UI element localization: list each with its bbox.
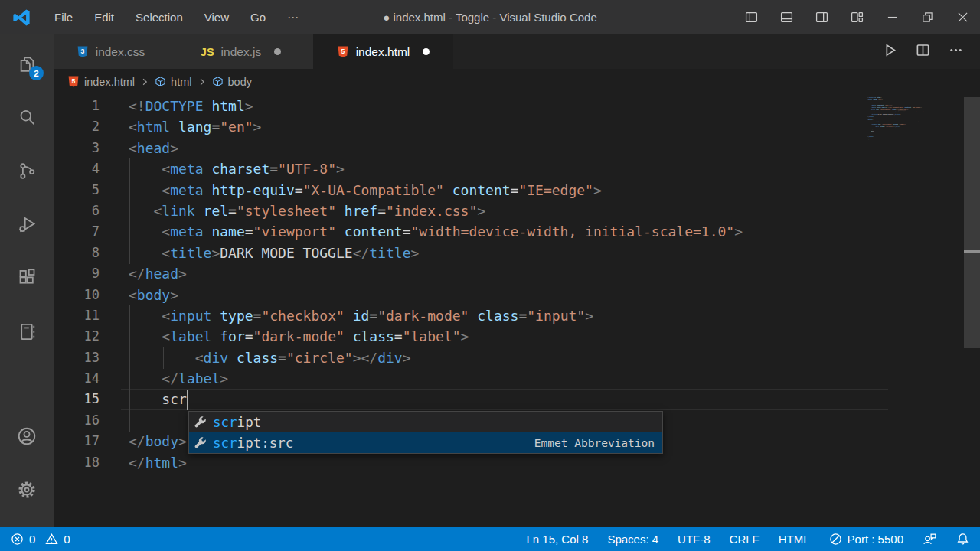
line-text: <label for="dark-mode" class="label"> <box>100 326 469 347</box>
error-icon <box>11 533 24 546</box>
line-number: 15 <box>54 389 100 409</box>
suggest-label: script <box>213 415 261 430</box>
code-line-10[interactable]: 10<body> <box>54 285 980 305</box>
cursor-position[interactable]: Ln 15, Col 8 <box>526 533 588 546</box>
breadcrumb-item-body[interactable]: body <box>212 76 252 88</box>
tab-bar: 3index.cssJSindex.js5index.html <box>54 34 980 69</box>
toggle-panel-icon[interactable] <box>769 0 804 34</box>
restore-button[interactable] <box>910 0 945 34</box>
close-button[interactable] <box>945 0 980 34</box>
line-number: 18 <box>54 452 100 473</box>
more-actions-icon[interactable] <box>949 43 963 60</box>
tab-label: index.js <box>221 45 262 59</box>
tab-index.js[interactable]: JSindex.js <box>168 34 314 69</box>
menu-go[interactable]: Go <box>240 11 276 24</box>
code-line-6[interactable]: 6 <link rel="stylesheet" href="index.css… <box>54 201 980 221</box>
code-line-4[interactable]: 4 <meta charset="UTF-8"> <box>54 158 980 179</box>
editor-actions <box>883 34 980 69</box>
encoding[interactable]: UTF-8 <box>678 533 710 546</box>
code-line-9[interactable]: 9</head> <box>54 263 980 284</box>
line-text: </label> <box>100 368 228 389</box>
code-line-3[interactable]: 3<head> <box>54 138 980 158</box>
book-icon[interactable] <box>8 315 45 348</box>
indentation[interactable]: Spaces: 4 <box>607 533 658 546</box>
code-line-2[interactable]: 2<html lang="en"> <box>54 116 980 137</box>
html5-icon: 5 <box>337 45 349 58</box>
line-number: 1 <box>54 96 100 116</box>
line-text <box>100 410 129 431</box>
explorer-icon[interactable]: 2 <box>8 47 45 80</box>
code-line-7[interactable]: 7 <meta name="viewport" content="width=d… <box>54 221 980 242</box>
source-control-icon[interactable] <box>8 154 45 187</box>
modified-dot-icon[interactable] <box>423 48 430 55</box>
live-server-port[interactable]: Port : 5500 <box>829 533 903 546</box>
minimap[interactable]: <!DOCTYPE html><html lang="en"><head> <m… <box>867 96 959 234</box>
code-line-8[interactable]: 8 <title>DARK MODE TOGGLE</title> <box>54 243 980 263</box>
suggest-detail: Emmet Abbreviation <box>534 437 655 449</box>
html5-icon: 5 <box>67 75 80 88</box>
code-line-5[interactable]: 5 <meta http-equiv="X-UA-Compatible" con… <box>54 180 980 201</box>
accounts-icon[interactable] <box>8 419 45 453</box>
explorer-badge: 2 <box>29 66 44 80</box>
feedback-icon[interactable] <box>923 533 937 546</box>
search-icon[interactable] <box>8 100 45 134</box>
svg-text:5: 5 <box>72 77 76 85</box>
scrollbar-marker <box>964 250 980 253</box>
modified-dot-icon[interactable] <box>274 48 281 55</box>
line-text: <head> <box>100 138 178 158</box>
line-number: 5 <box>54 180 100 201</box>
line-text: <div class="circle"></div> <box>100 347 411 368</box>
toggle-secondary-sidebar-icon[interactable] <box>804 0 839 34</box>
customize-layout-icon[interactable] <box>839 0 874 34</box>
breadcrumb-item-html[interactable]: html <box>155 76 191 88</box>
code-editor[interactable]: 1<!DOCTYPE html>2<html lang="en">3<head>… <box>54 94 980 527</box>
code-line-11[interactable]: 11 <input type="checkbox" id="dark-mode"… <box>54 305 980 326</box>
run-icon[interactable] <box>883 43 897 60</box>
line-text: <title>DARK MODE TOGGLE</title> <box>100 243 419 263</box>
menu-edit[interactable]: Edit <box>83 11 125 24</box>
problems-indicator[interactable]: 0 0 <box>11 533 70 546</box>
code-line-14[interactable]: 14 </label> <box>54 368 980 389</box>
javascript-icon: JS <box>201 46 214 58</box>
tab-index.html[interactable]: 5index.html <box>314 34 453 69</box>
suggest-item-script:src[interactable]: script:srcEmmet Abbreviation <box>189 432 662 453</box>
svg-text:3: 3 <box>80 47 84 55</box>
line-number: 16 <box>54 410 100 431</box>
indent-guide <box>163 347 164 369</box>
code-line-12[interactable]: 12 <label for="dark-mode" class="label"> <box>54 326 980 347</box>
split-editor-icon[interactable] <box>916 43 930 60</box>
suggest-label: script:src <box>213 435 293 451</box>
menu-file[interactable]: File <box>44 11 83 24</box>
breadcrumb-label: html <box>171 76 191 88</box>
run-and-debug-icon[interactable] <box>8 207 45 241</box>
line-number: 14 <box>54 368 100 389</box>
line-text: <html lang="en"> <box>100 116 261 137</box>
line-text: <meta charset="UTF-8"> <box>100 158 345 179</box>
notifications-bell-icon[interactable] <box>956 533 969 546</box>
minimize-button[interactable] <box>874 0 910 34</box>
line-text: <link rel="stylesheet" href="index.css"> <box>100 201 485 221</box>
code-line-1[interactable]: 1<!DOCTYPE html> <box>54 96 980 116</box>
extensions-icon[interactable] <box>8 261 45 295</box>
menu-view[interactable]: View <box>194 11 240 24</box>
line-text: </body> <box>100 431 187 452</box>
suggest-item-script[interactable]: script <box>189 412 662 432</box>
menu-selection[interactable]: Selection <box>125 11 194 24</box>
line-text: <meta http-equiv="X-UA-Compatible" conte… <box>100 180 602 201</box>
menu-more[interactable]: ⋯ <box>276 11 309 24</box>
line-number: 4 <box>54 158 100 179</box>
code-line-18[interactable]: 18</html> <box>54 452 980 473</box>
toggle-sidebar-icon[interactable] <box>733 0 769 34</box>
breadcrumb-item-index.html[interactable]: 5index.html <box>67 75 135 88</box>
circle-slash-icon <box>829 533 842 546</box>
tab-label: index.html <box>356 45 410 59</box>
editor-scrollbar[interactable] <box>964 97 980 348</box>
wrench-icon <box>194 436 207 449</box>
settings-icon[interactable] <box>8 473 45 507</box>
language-mode[interactable]: HTML <box>779 533 810 546</box>
code-line-13[interactable]: 13 <div class="circle"></div> <box>54 347 980 368</box>
tab-index.css[interactable]: 3index.css <box>54 34 168 69</box>
line-text: <input type="checkbox" id="dark-mode" cl… <box>100 305 593 326</box>
line-text: </html> <box>100 452 187 473</box>
eol-sequence[interactable]: CRLF <box>730 533 760 546</box>
